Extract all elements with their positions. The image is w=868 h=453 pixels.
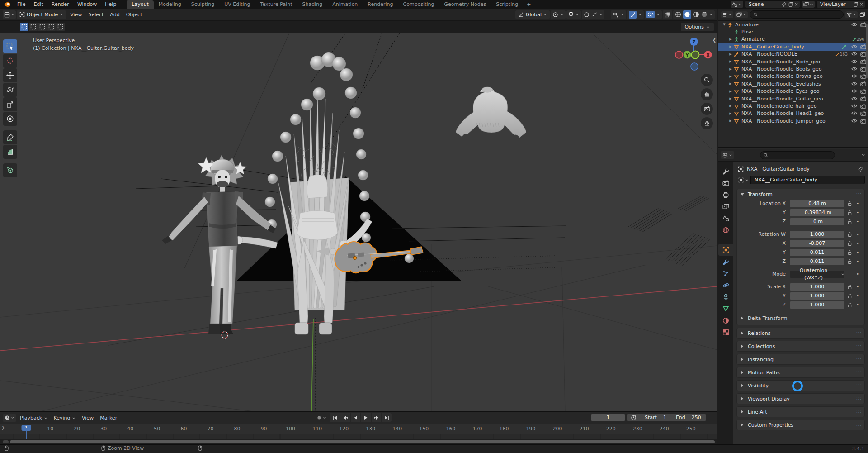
animate-dot[interactable]: • bbox=[854, 302, 861, 308]
hide-in-viewport-icon[interactable] bbox=[851, 104, 857, 108]
timeline-tracks[interactable] bbox=[0, 434, 717, 439]
jump-to-end-button[interactable] bbox=[382, 413, 392, 422]
expand-caret-icon[interactable]: ▶ bbox=[727, 112, 734, 115]
transform-value-field[interactable]: 0.48 m bbox=[790, 200, 844, 207]
hide-in-viewport-icon[interactable] bbox=[851, 59, 857, 64]
viewport-menu-view[interactable]: View bbox=[67, 12, 85, 18]
tool-scale[interactable] bbox=[3, 97, 17, 111]
properties-tab-data[interactable] bbox=[718, 303, 733, 315]
start-frame-field[interactable]: Start 1 bbox=[640, 414, 671, 421]
transform-value-field[interactable]: -0.39834 m bbox=[790, 209, 844, 216]
overlays-dropdown[interactable] bbox=[645, 10, 662, 19]
lock-icon[interactable] bbox=[847, 241, 852, 246]
tool-measure[interactable] bbox=[3, 145, 17, 159]
properties-tab-modifiers[interactable] bbox=[718, 256, 733, 267]
disable-in-renders-icon[interactable] bbox=[860, 81, 866, 86]
select-mode-set[interactable] bbox=[20, 23, 28, 31]
expand-caret-icon[interactable]: ▶ bbox=[727, 90, 734, 93]
transform-value-field[interactable]: 0.011 bbox=[790, 249, 844, 256]
remove-view-layer-icon[interactable] bbox=[859, 2, 863, 6]
expand-caret-icon[interactable]: ▶ bbox=[727, 82, 734, 86]
expand-caret-icon[interactable]: ▼ bbox=[721, 23, 727, 26]
outliner-row[interactable]: ▶NXA__Noodle:Noodle_Brows_geo bbox=[718, 73, 868, 80]
transform-value-field[interactable]: 1.000 bbox=[790, 292, 844, 300]
outliner-row[interactable]: ▶NXA__Noodle:noodle_hair_geo bbox=[718, 102, 868, 110]
properties-tab-material[interactable] bbox=[718, 315, 733, 326]
camera-view-button[interactable] bbox=[701, 103, 713, 115]
gizmo-toggle[interactable] bbox=[629, 11, 637, 19]
panel-grip-icon[interactable]: ∷∷ bbox=[857, 344, 861, 348]
animate-dot[interactable]: • bbox=[854, 210, 861, 215]
disable-in-renders-icon[interactable] bbox=[860, 89, 866, 94]
panel-header[interactable]: Viewport Display∷∷ bbox=[737, 394, 864, 404]
disable-in-renders-icon[interactable] bbox=[860, 104, 866, 109]
timeline-scrollbar-thumb[interactable] bbox=[10, 440, 715, 443]
tool-cursor[interactable] bbox=[3, 54, 17, 68]
disable-in-renders-icon[interactable] bbox=[860, 119, 866, 124]
editor-type-button[interactable] bbox=[3, 10, 16, 19]
tool-add-cube[interactable] bbox=[3, 163, 17, 177]
panel-grip-icon[interactable]: ∷∷ bbox=[857, 192, 861, 196]
panel-grip-icon[interactable]: ∷∷ bbox=[857, 396, 861, 401]
properties-tab-physics[interactable] bbox=[718, 279, 733, 291]
panel-header[interactable]: Collections∷∷ bbox=[737, 341, 864, 351]
workspace-tab-modeling[interactable]: Modeling bbox=[154, 0, 186, 9]
expand-caret-icon[interactable]: ▶ bbox=[727, 38, 734, 41]
viewport-canvas[interactable]: User Perspective (1) Collection | NXA__G… bbox=[0, 33, 717, 411]
select-mode-extend[interactable] bbox=[29, 23, 38, 31]
options-button[interactable]: Options bbox=[681, 23, 714, 31]
pin-icon[interactable] bbox=[782, 2, 787, 7]
properties-tab-constraints[interactable] bbox=[718, 291, 733, 303]
animate-dot[interactable]: • bbox=[854, 258, 861, 264]
disable-in-renders-icon[interactable] bbox=[860, 96, 866, 101]
previous-keyframe-button[interactable] bbox=[340, 413, 350, 422]
panel-header[interactable]: Line Art∷∷ bbox=[737, 407, 864, 417]
outliner-row[interactable]: Pose bbox=[718, 28, 868, 35]
play-reverse-button[interactable] bbox=[351, 413, 360, 422]
select-mode-invert[interactable] bbox=[47, 23, 56, 31]
workspace-tab-compositing[interactable]: Compositing bbox=[398, 0, 439, 9]
overlays-toggle[interactable] bbox=[646, 11, 655, 18]
properties-tab-render[interactable] bbox=[718, 177, 733, 189]
timeline-menu-keying[interactable]: Keying bbox=[51, 415, 79, 421]
outliner-search-input[interactable] bbox=[750, 10, 844, 19]
pivot-point-dropdown[interactable] bbox=[551, 10, 566, 19]
play-button[interactable] bbox=[361, 413, 371, 422]
properties-tab-scene[interactable] bbox=[718, 212, 733, 224]
workspace-tab-layout[interactable]: Layout bbox=[127, 0, 153, 9]
pin-icon[interactable] bbox=[858, 167, 863, 172]
menu-edit[interactable]: Edit bbox=[29, 1, 47, 7]
select-mode-intersect[interactable] bbox=[56, 23, 65, 31]
outliner-row[interactable]: ▶NXA__Noodle:Noodle_Body_geo bbox=[718, 58, 868, 65]
properties-tab-object[interactable] bbox=[718, 244, 733, 256]
panel-grip-icon[interactable]: ∷∷ bbox=[857, 357, 861, 362]
outliner-row[interactable]: ▶NXA__Noodle:Noodle_Guitar_geo bbox=[718, 95, 868, 102]
transform-panel-header[interactable]: Transform ∷∷ bbox=[737, 189, 864, 199]
menu-help[interactable]: Help bbox=[101, 1, 120, 7]
workspace-tab-scripting[interactable]: Scripting bbox=[491, 0, 523, 9]
animate-dot[interactable]: • bbox=[854, 293, 861, 299]
animate-dot[interactable]: • bbox=[854, 240, 861, 246]
next-keyframe-button[interactable] bbox=[372, 413, 381, 422]
lock-icon[interactable] bbox=[847, 219, 852, 224]
panel-grip-icon[interactable]: ∷∷ bbox=[857, 423, 861, 427]
timeline-ruler[interactable]: 1102030405060708090100110120130140150160… bbox=[0, 424, 717, 434]
workspace-tab-shading[interactable]: Shading bbox=[297, 0, 328, 9]
transform-value-field[interactable]: 0.011 bbox=[790, 258, 844, 265]
panel-grip-icon[interactable]: ∷∷ bbox=[857, 383, 861, 388]
outliner-row-active[interactable]: ▶NXA__Guitar:Guitar_body bbox=[718, 43, 868, 50]
panel-grip-icon[interactable]: ∷∷ bbox=[857, 410, 861, 414]
show-object-types-dropdown[interactable] bbox=[611, 10, 626, 19]
properties-tab-texture[interactable] bbox=[718, 326, 733, 338]
workspace-tab-sculpting[interactable]: Sculpting bbox=[186, 0, 219, 9]
workspace-tab-geometry-nodes[interactable]: Geometry Nodes bbox=[439, 0, 491, 9]
hide-in-viewport-icon[interactable] bbox=[851, 52, 857, 56]
outliner-filter-button[interactable] bbox=[845, 11, 858, 18]
timeline-menu-view[interactable]: View bbox=[79, 415, 97, 421]
outliner-row[interactable]: ▶NXA__Noodle:Noodle_Boots_geo bbox=[718, 65, 868, 72]
select-mode-subtract[interactable] bbox=[38, 23, 47, 31]
tool-rotate[interactable] bbox=[3, 83, 17, 97]
chevron-down-icon[interactable] bbox=[861, 153, 865, 157]
ortho-perspective-button[interactable] bbox=[701, 117, 713, 129]
properties-search-input[interactable] bbox=[760, 151, 835, 159]
